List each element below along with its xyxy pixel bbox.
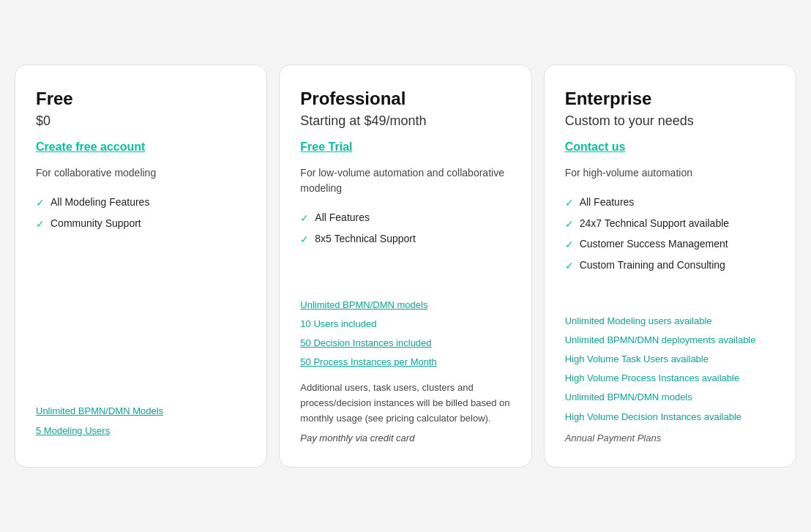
plan-description-enterprise: For high-volume automation <box>565 165 775 181</box>
pricing-card-free: Free$0Create free accountFor collaborati… <box>15 64 267 468</box>
plan-name-enterprise: Enterprise <box>565 89 775 109</box>
feature-item: ✓All Features <box>565 195 775 211</box>
details-section-free: Unlimited BPMN/DMN Models5 Modeling User… <box>36 393 246 443</box>
detail-item: High Volume Process Instances available <box>565 372 775 385</box>
check-icon: ✓ <box>565 259 574 274</box>
check-icon: ✓ <box>36 217 45 232</box>
feature-item: ✓Community Support <box>36 217 246 232</box>
plan-cta-professional[interactable]: Free Trial <box>300 141 510 154</box>
check-icon: ✓ <box>565 238 574 252</box>
feature-item: ✓24x7 Technical Support available <box>565 217 775 232</box>
details-section-professional: Unlimited BPMN/DMN models10 Users includ… <box>300 287 510 443</box>
plan-description-professional: For low-volume automation and collaborat… <box>300 165 510 196</box>
plan-name-professional: Professional <box>300 89 510 109</box>
feature-list-free: ✓All Modeling Features✓Community Support <box>36 195 246 237</box>
feature-text: All Features <box>580 195 635 210</box>
plan-name-free: Free <box>36 89 246 109</box>
plan-description-free: For collaborative modeling <box>36 165 246 181</box>
plan-cta-free[interactable]: Create free account <box>36 141 246 154</box>
feature-text: All Features <box>315 211 370 225</box>
feature-item: ✓Custom Training and Consulting <box>565 258 775 274</box>
details-section-enterprise: Unlimited Modeling users availableUnlimi… <box>565 303 775 443</box>
additional-note: Additional users, task users, clusters a… <box>300 381 510 426</box>
detail-item: 10 Users included <box>300 318 510 331</box>
feature-text: All Modeling Features <box>51 195 149 210</box>
plan-price-enterprise: Custom to your needs <box>565 113 775 129</box>
check-icon: ✓ <box>36 196 45 211</box>
detail-item: 50 Decision Instances included <box>300 337 510 350</box>
plan-price-free: $0 <box>36 113 246 129</box>
detail-item: High Volume Task Users available <box>565 353 775 366</box>
annual-note: Annual Payment Plans <box>565 432 775 443</box>
pricing-card-professional: ProfessionalStarting at $49/monthFree Tr… <box>279 64 531 468</box>
detail-item: Unlimited BPMN/DMN models <box>300 299 510 312</box>
feature-item: ✓All Features <box>300 211 510 226</box>
feature-item: ✓8x5 Technical Support <box>300 232 510 247</box>
feature-list-professional: ✓All Features✓8x5 Technical Support <box>300 211 510 252</box>
detail-item: Unlimited Modeling users available <box>565 315 775 328</box>
check-icon: ✓ <box>300 211 309 226</box>
feature-list-enterprise: ✓All Features✓24x7 Technical Support ava… <box>565 195 775 279</box>
detail-item: High Volume Decision Instances available <box>565 411 775 424</box>
check-icon: ✓ <box>300 233 309 247</box>
feature-text: Customer Success Management <box>580 237 728 252</box>
detail-item: Unlimited BPMN/DMN deployments available <box>565 334 775 347</box>
feature-item: ✓All Modeling Features <box>36 195 246 211</box>
check-icon: ✓ <box>565 196 574 211</box>
check-icon: ✓ <box>565 217 574 232</box>
feature-text: Custom Training and Consulting <box>580 258 725 273</box>
detail-item: Unlimited BPMN/DMN models <box>565 391 775 404</box>
detail-item: 5 Modeling Users <box>36 424 246 438</box>
feature-text: 8x5 Technical Support <box>315 232 416 247</box>
pricing-container: Free$0Create free accountFor collaborati… <box>15 64 796 468</box>
feature-item: ✓Customer Success Management <box>565 237 775 252</box>
pricing-card-enterprise: EnterpriseCustom to your needsContact us… <box>544 64 796 468</box>
detail-item: Unlimited BPMN/DMN Models <box>36 405 246 418</box>
plan-cta-enterprise[interactable]: Contact us <box>565 141 775 154</box>
feature-text: 24x7 Technical Support available <box>580 217 729 231</box>
detail-item: 50 Process Instances per Month <box>300 356 510 369</box>
plan-price-professional: Starting at $49/month <box>300 113 510 129</box>
feature-text: Community Support <box>51 217 141 231</box>
pay-note: Pay monthly via credit card <box>300 432 510 443</box>
